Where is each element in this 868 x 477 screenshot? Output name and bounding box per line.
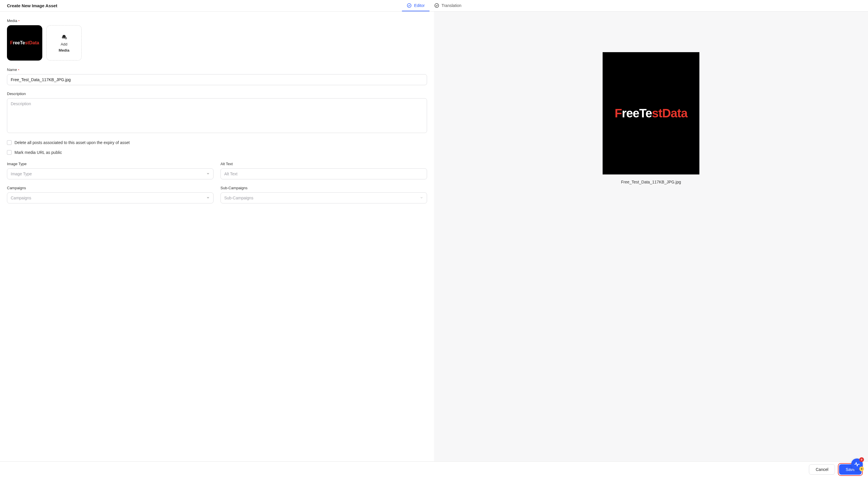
mark-public-label: Mark media URL as public xyxy=(14,150,62,155)
alt-text-label: Alt Text xyxy=(220,162,427,166)
chevron-down-icon xyxy=(420,196,423,200)
delete-posts-checkbox-row[interactable]: Delete all posts associated to this asse… xyxy=(7,140,427,145)
check-circle-icon xyxy=(406,3,412,8)
tab-translation[interactable]: Translation xyxy=(429,0,466,11)
campaigns-field: Campaigns Campaigns xyxy=(7,186,214,203)
image-type-field: Image Type Image Type xyxy=(7,162,214,179)
required-dot: • xyxy=(18,68,20,71)
form-panel: Media• FreeTestData Add Media xyxy=(0,11,434,461)
activity-icon xyxy=(854,461,860,468)
tab-label: Translation xyxy=(441,3,462,8)
checkbox-icon[interactable] xyxy=(7,140,11,145)
preview-image: FreeTestData xyxy=(602,52,700,175)
sub-campaigns-label: Sub-Campaigns xyxy=(220,186,427,190)
add-media-line1: Add xyxy=(61,42,67,47)
image-type-select[interactable]: Image Type xyxy=(7,168,214,179)
campaigns-label: Campaigns xyxy=(7,186,214,190)
badge-red: 0 xyxy=(859,457,864,462)
car-upload-icon xyxy=(61,34,67,40)
header: Create New Image Asset Editor Translatio… xyxy=(0,0,868,11)
select-placeholder: Campaigns xyxy=(11,196,31,200)
svg-point-2 xyxy=(63,37,63,38)
preview-image-content: FreeTestData xyxy=(615,106,687,120)
page-title: Create New Image Asset xyxy=(0,3,57,8)
alt-text-input[interactable] xyxy=(220,168,427,179)
media-thumbnail[interactable]: FreeTestData xyxy=(7,25,42,61)
footer: Cancel Save 0 0 xyxy=(0,461,868,477)
select-placeholder: Image Type xyxy=(11,172,32,176)
sub-campaigns-select[interactable]: Sub-Campaigns xyxy=(220,192,427,203)
activity-fab[interactable]: 0 0 xyxy=(851,458,863,470)
preview-panel: FreeTestData Free_Test_Data_117KB_JPG.jp… xyxy=(434,11,868,461)
select-placeholder: Sub-Campaigns xyxy=(224,196,253,200)
delete-posts-label: Delete all posts associated to this asse… xyxy=(14,140,130,145)
sub-campaigns-field: Sub-Campaigns Sub-Campaigns xyxy=(220,186,427,203)
campaigns-select[interactable]: Campaigns xyxy=(7,192,214,203)
add-media-line2: Media xyxy=(59,48,69,53)
media-label: Media• xyxy=(7,19,427,23)
svg-point-0 xyxy=(407,3,411,7)
tab-editor[interactable]: Editor xyxy=(402,0,429,11)
name-input[interactable] xyxy=(7,74,427,85)
media-field: Media• FreeTestData Add Media xyxy=(7,19,427,61)
thumbnail-image: FreeTestData xyxy=(10,40,39,46)
cancel-button[interactable]: Cancel xyxy=(809,464,835,475)
required-dot: • xyxy=(18,19,20,22)
name-field: Name• xyxy=(7,67,427,85)
description-label: Description xyxy=(7,92,427,96)
chevron-down-icon xyxy=(206,196,210,200)
svg-point-1 xyxy=(435,3,439,7)
check-circle-icon xyxy=(434,3,439,8)
tabs: Editor Translation xyxy=(402,0,466,11)
description-field: Description xyxy=(7,92,427,134)
checkbox-icon[interactable] xyxy=(7,150,11,155)
description-input[interactable] xyxy=(7,98,427,133)
preview-caption: Free_Test_Data_117KB_JPG.jpg xyxy=(621,180,681,184)
add-media-button[interactable]: Add Media xyxy=(46,25,82,61)
body: Media• FreeTestData Add Media xyxy=(0,11,868,461)
chevron-down-icon xyxy=(206,172,210,176)
image-type-label: Image Type xyxy=(7,162,214,166)
badge-yellow: 0 xyxy=(859,467,864,471)
name-label: Name• xyxy=(7,67,427,72)
tab-label: Editor xyxy=(414,3,425,8)
mark-public-checkbox-row[interactable]: Mark media URL as public xyxy=(7,150,427,155)
alt-text-field: Alt Text xyxy=(220,162,427,179)
